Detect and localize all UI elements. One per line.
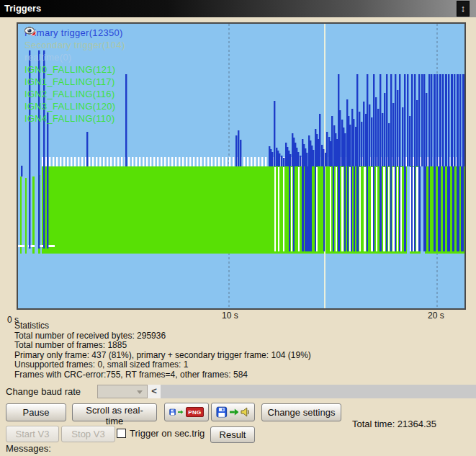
legend-item-label: realtime(0) [24,52,71,63]
horizontal-scrollbar[interactable]: < [148,385,476,398]
chevron-down-icon [137,390,143,394]
start-v3-button[interactable]: Start V3 [6,426,59,442]
baud-rate-select[interactable] [97,385,148,398]
statistics-block: Statistics Total number of received byte… [14,321,311,380]
speaker-icon [241,407,250,417]
legend-item-label: IGN3_FALLING(120) [24,101,116,112]
stop-v3-button[interactable]: Stop V3 [61,426,115,442]
legend-item-label: Primary trigger(12350) [24,27,123,38]
statistics-line: Frames with CRC-error:755, RT frames=4, … [14,370,311,380]
arrow-right-icon [178,408,184,416]
legend-item: IGN1_FALLING(117) [24,76,129,88]
pause-button[interactable]: Pause [6,403,66,421]
legend-item: Secondary trigger(104) [24,39,129,51]
statistics-line: Total number of received bytes: 295936 [14,331,311,341]
result-button[interactable]: Result [210,426,255,443]
change-baud-rate-label: Change baud rate [6,386,81,397]
legend-item-label: IGN4_FALLING(110) [24,113,115,124]
arrow-right-icon [230,408,239,416]
legend-item-label: IGN2_FALLING(116) [24,89,115,99]
trigger-on-sectrig-checkbox[interactable] [117,429,126,438]
statistics-line: Total number of frames: 1885 [14,341,311,351]
chart-panel: Primary trigger(12350) Secondary trigger… [17,22,466,310]
floppy-disk-icon [216,406,228,418]
png-badge: PNG [186,407,204,417]
legend-item-label: IGN0_FALLING(121) [24,64,116,75]
statistics-line: Unsupported frames: 0, small sized frame… [14,360,311,370]
triggers-window: Triggers ↕ Primary trigger(12350) Second… [0,0,476,456]
resize-button[interactable]: ↕ [457,1,470,17]
resize-vertical-icon: ↕ [461,3,466,14]
legend-item: IGN0_FALLING(121) [24,63,129,76]
titlebar: Triggers ↕ [0,0,476,17]
legend-item: realtime(0) [24,51,129,63]
legend-item: IGN2_FALLING(116) [24,88,129,100]
statistics-line: Primary only frame: 437 (81%), primary +… [14,351,311,361]
trigger-on-sectrig-label: Trigger on sec.trig [130,428,205,439]
legend-item-label: IGN1_FALLING(117) [24,76,115,87]
axis-tick-20s: 20 s [428,310,444,321]
save-as-png-button[interactable]: PNG [164,403,209,421]
scroll-left-button[interactable]: < [148,385,161,398]
save-as-audio-button[interactable] [211,403,255,421]
legend-item: IGN4_FALLING(110) [24,112,129,125]
floppy-disk-icon [169,406,176,418]
scrollbar-track[interactable] [161,385,476,398]
window-title: Triggers [4,3,41,14]
legend-item: Primary trigger(12350) [24,27,129,39]
messages-label: Messages: [6,443,51,454]
chart-legend: Primary trigger(12350) Secondary trigger… [24,27,129,125]
legend-item: IGN3_FALLING(120) [24,100,129,112]
axis-tick-10s: 10 s [222,310,238,321]
scroll-as-realtime-button[interactable]: Scroll as real-time [72,403,157,421]
legend-item-label: Secondary trigger(104) [24,40,125,50]
total-time-label: Total time: 21364.35 [352,419,436,429]
change-settings-button[interactable]: Change settings [261,403,341,421]
statistics-heading: Statistics [14,321,311,331]
